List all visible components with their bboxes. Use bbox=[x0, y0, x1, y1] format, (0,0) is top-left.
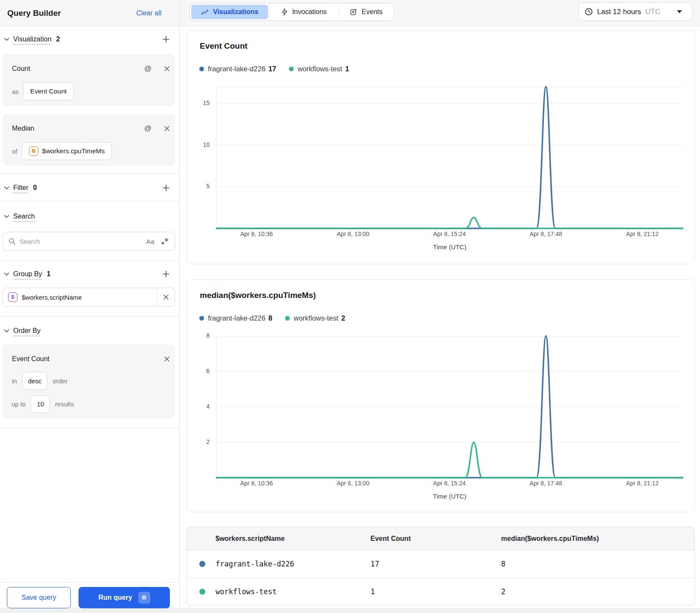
legend-series-value: 2 bbox=[341, 314, 345, 322]
query-builder-sidebar: Query Builder Clear all Visualization 2 … bbox=[0, 0, 180, 608]
column-header-median: median($workers.cpuTimeMs) bbox=[501, 535, 694, 543]
group-by-count: 1 bbox=[47, 270, 51, 278]
sidebar-body: Visualization 2 Count @ as Event Count M… bbox=[0, 26, 179, 582]
legend-series-value: 17 bbox=[268, 65, 276, 73]
order-direction-select[interactable]: desc bbox=[22, 372, 48, 390]
regex-icon[interactable] bbox=[161, 237, 169, 245]
chart-title: median($workers.cpuTimeMs) bbox=[200, 291, 316, 300]
line-chart-plot[interactable] bbox=[216, 336, 683, 478]
section-visualization-header: Visualization 2 bbox=[0, 32, 179, 47]
at-mention-icon[interactable]: @ bbox=[144, 64, 152, 73]
order-by-field-label: Event Count bbox=[12, 355, 50, 363]
close-icon[interactable] bbox=[164, 126, 170, 131]
at-mention-icon[interactable]: @ bbox=[144, 124, 152, 133]
time-range-selector[interactable]: Last 12 hours UTC bbox=[578, 3, 693, 21]
group-by-field[interactable]: S $workers.scriptName bbox=[3, 288, 175, 306]
y-axis-tick-label: 5 bbox=[188, 183, 210, 190]
event-count-chart-card: Event Count fragrant-lake-d22617workflow… bbox=[187, 30, 695, 264]
card-value-row: of N $workers.cpuTimeMs bbox=[12, 142, 112, 160]
x-axis-tick-label: Apr 8, 21:12 bbox=[626, 480, 659, 487]
tab-visualizations[interactable]: Visualizations bbox=[191, 5, 268, 19]
y-axis-tick-label: 15 bbox=[188, 99, 210, 106]
order-direction-row: in desc order bbox=[12, 372, 67, 390]
add-group-by-button[interactable] bbox=[162, 270, 170, 278]
lightning-icon bbox=[281, 8, 288, 16]
group-by-field-name: $workers.scriptName bbox=[22, 294, 82, 301]
x-axis-tick-label: Apr 8, 10:36 bbox=[240, 480, 273, 487]
legend-item[interactable]: workflows-test2 bbox=[285, 314, 345, 322]
count-alias-field[interactable]: Event Count bbox=[23, 82, 74, 100]
time-range-label: Last 12 hours bbox=[597, 8, 641, 16]
legend-dot bbox=[285, 316, 290, 321]
section-search-label: Search bbox=[13, 213, 35, 220]
card-title: Count bbox=[12, 65, 30, 73]
line-chart-plot[interactable] bbox=[216, 87, 683, 228]
divider bbox=[0, 316, 179, 317]
x-axis-tick-label: Apr 8, 13:00 bbox=[337, 480, 369, 487]
series-color-dot bbox=[199, 561, 205, 567]
legend-series-value: 1 bbox=[345, 65, 349, 73]
visualization-card-count: Count @ as Event Count bbox=[3, 54, 175, 106]
x-axis-tick-label: Apr 8, 21:12 bbox=[626, 231, 659, 237]
x-axis-tick-label: Apr 8, 15:24 bbox=[433, 231, 466, 237]
divider bbox=[0, 201, 179, 201]
number-type-icon: N bbox=[29, 146, 38, 156]
chevron-down-icon[interactable] bbox=[4, 38, 9, 41]
legend-series-name: workflows-test bbox=[294, 314, 338, 322]
close-icon[interactable] bbox=[164, 356, 170, 362]
clock-icon bbox=[585, 8, 593, 16]
legend-item[interactable]: workflows-test1 bbox=[289, 65, 349, 73]
y-axis-tick-label: 2 bbox=[188, 438, 210, 445]
run-query-shortcut-badge: R bbox=[138, 592, 150, 604]
tab-events[interactable]: Events bbox=[338, 3, 394, 20]
legend-series-name: fragrant-lake-d226 bbox=[208, 314, 265, 322]
order-limit-row: up to 10 results bbox=[12, 395, 74, 413]
query-builder-app: Query Builder Clear all Visualization 2 … bbox=[0, 0, 700, 613]
script-name-cell: fragrant-lake-d226 bbox=[216, 560, 294, 568]
save-query-button[interactable]: Save query bbox=[7, 587, 71, 608]
median-field-selector[interactable]: N $workers.cpuTimeMs bbox=[22, 142, 112, 160]
events-icon bbox=[350, 9, 357, 16]
event-count-cell: 1 bbox=[370, 587, 501, 596]
chevron-down-icon[interactable] bbox=[4, 329, 9, 333]
table-row[interactable]: workflows-test12 bbox=[187, 578, 694, 605]
add-filter-button[interactable] bbox=[162, 184, 170, 192]
legend-item[interactable]: fragrant-lake-d2268 bbox=[199, 314, 272, 322]
column-header-event-count: Event Count bbox=[370, 535, 501, 543]
chevron-down-icon bbox=[677, 10, 682, 13]
match-case-icon[interactable]: Aa bbox=[146, 238, 155, 245]
search-placeholder: Search bbox=[20, 238, 40, 245]
table-row[interactable]: fragrant-lake-d226178 bbox=[187, 550, 694, 578]
event-count-cell: 17 bbox=[370, 560, 501, 568]
section-visualization-label: Visualization bbox=[13, 35, 52, 43]
y-axis-tick-label: 6 bbox=[188, 368, 210, 374]
table-header-row: $workers.scriptName Event Count median($… bbox=[187, 527, 694, 550]
chevron-down-icon[interactable] bbox=[4, 272, 9, 276]
y-axis-tick-label: 8 bbox=[188, 332, 210, 339]
x-axis-tick-label: Apr 8, 17:48 bbox=[530, 480, 562, 487]
sidebar-header: Query Builder Clear all bbox=[0, 0, 179, 26]
filter-count: 0 bbox=[33, 184, 37, 192]
legend-item[interactable]: fragrant-lake-d22617 bbox=[199, 65, 276, 73]
clear-all-link[interactable]: Clear all bbox=[136, 9, 161, 17]
divider bbox=[0, 428, 179, 428]
search-input[interactable]: Search Aa bbox=[3, 232, 175, 251]
run-query-button[interactable]: Run query R bbox=[79, 587, 170, 608]
timezone-label: UTC bbox=[645, 8, 660, 16]
script-name-cell: workflows-test bbox=[216, 587, 277, 596]
limit-input[interactable]: 10 bbox=[31, 395, 50, 413]
chevron-down-icon[interactable] bbox=[4, 215, 9, 218]
close-icon[interactable] bbox=[164, 66, 170, 72]
chevron-down-icon[interactable] bbox=[4, 186, 9, 190]
in-label: in bbox=[12, 377, 17, 385]
add-visualization-button[interactable] bbox=[162, 35, 170, 43]
up-to-label: up to bbox=[12, 400, 26, 408]
remove-group-by-button[interactable] bbox=[157, 288, 175, 306]
string-type-icon: S bbox=[8, 292, 18, 302]
sidebar-footer: Save query Run query R bbox=[0, 582, 179, 608]
section-filter-label: Filter bbox=[13, 184, 29, 192]
card-value-row: as Event Count bbox=[12, 82, 74, 100]
legend-dot bbox=[199, 67, 204, 71]
tab-invocations[interactable]: Invocations bbox=[270, 3, 338, 20]
x-axis-tick-label: Apr 8, 15:24 bbox=[433, 480, 466, 487]
